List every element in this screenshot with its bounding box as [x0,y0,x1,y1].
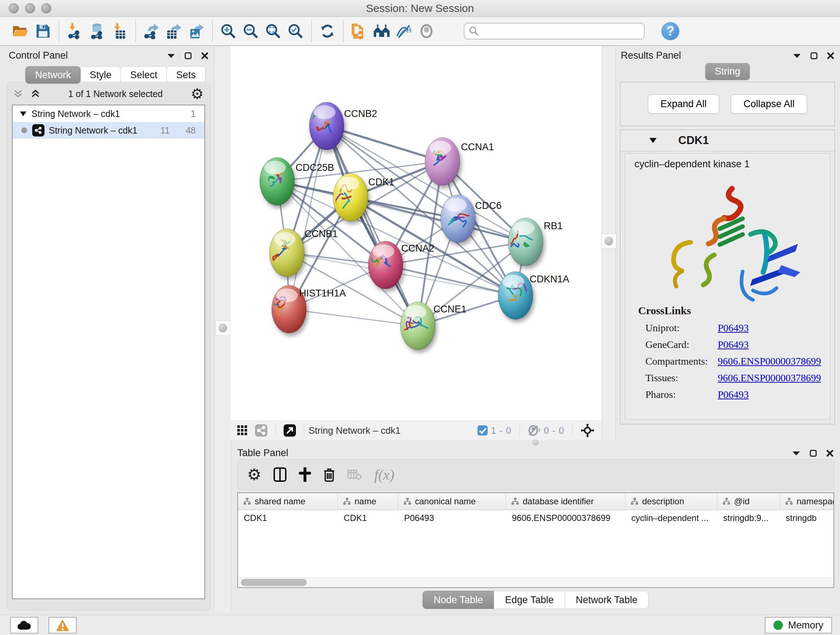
tab-style[interactable]: Style [80,66,121,84]
panel-close-icon[interactable] [827,52,834,59]
show-hide-button[interactable] [415,19,438,43]
panel-close-icon[interactable] [201,52,208,59]
import-network-button[interactable] [64,19,86,43]
tab-edge-table[interactable]: Edge Table [494,591,565,609]
network-collection-row[interactable]: String Network – cdk1 1 [13,105,204,122]
panel-menu-icon[interactable] [792,451,800,456]
add-column-icon[interactable] [299,467,311,482]
zoom-fit-button[interactable] [262,19,284,43]
left-splitter[interactable] [214,47,231,612]
network-node-CCNB2[interactable] [309,102,344,150]
string-home-button[interactable] [370,19,393,43]
expand-all-button[interactable]: Expand All [648,95,720,114]
entry-disclosure-icon[interactable] [649,138,657,143]
crosslink-label: Tissues: [645,372,718,384]
crosslink-link-tissues[interactable]: 9606.ENSP00000378699 [718,372,821,384]
node-table[interactable]: shared namenamecanonical namedatabase id… [237,492,834,588]
network-row[interactable]: String Network – cdk1 11 48 [13,122,204,139]
birdseye-toggle-button[interactable] [233,425,251,436]
tab-sets[interactable]: Sets [166,66,205,84]
left-splitter-handle[interactable] [215,320,231,336]
cell-3[interactable]: 9606.ENSP00000378699 [506,510,625,526]
hidden-nodes-indicator[interactable]: 0 - 0 [524,425,568,436]
cell-2[interactable]: P06493 [398,510,506,526]
open-session-button[interactable] [9,19,32,43]
cell-0[interactable]: CDK1 [238,510,338,526]
tab-select[interactable]: Select [120,66,167,84]
right-splitter[interactable] [602,47,616,440]
network-node-CDC25B[interactable] [260,157,294,205]
zoom-out-button[interactable] [240,19,262,43]
column-header-6[interactable]: namespace [780,493,834,510]
network-node-CCNB1[interactable] [270,229,304,277]
panel-close-icon[interactable] [826,450,834,457]
search-input[interactable] [479,25,636,37]
tab-node-table[interactable]: Node Table [423,591,494,609]
zoom-selected-button[interactable] [284,19,307,43]
delete-column-icon[interactable] [324,467,335,482]
external-link-icon [284,424,296,437]
fit-content-button[interactable] [577,424,598,437]
warnings-button[interactable] [49,617,77,633]
column-header-5[interactable]: @id [717,493,780,510]
memory-button[interactable]: Memory [765,617,832,633]
panel-menu-icon[interactable] [793,53,801,58]
tab-network-table[interactable]: Network Table [565,591,649,609]
help-button[interactable]: ? [661,22,679,40]
import-database-button[interactable] [86,19,109,43]
expand-all-icon[interactable] [31,89,40,98]
tab-network[interactable]: Network [25,66,81,84]
tab-string[interactable]: String [706,63,750,80]
network-options-gear-icon[interactable]: ⚙ [191,87,204,101]
export-table-button[interactable] [163,19,185,43]
disclosure-triangle-icon[interactable] [20,111,27,116]
cell-1[interactable]: CDK1 [338,510,398,526]
panel-float-icon[interactable] [185,52,192,59]
open-in-new-window-button[interactable] [280,424,300,437]
crosslink-link-pharos[interactable]: P06493 [718,389,749,401]
export-network-button[interactable] [141,19,163,43]
cell-5[interactable]: stringdb:9... [717,510,780,526]
export-image-button[interactable] [185,19,208,43]
cloud-status-button[interactable] [10,617,38,633]
table-settings-gear-icon[interactable]: ⚙ [247,467,261,483]
share-network-file-button[interactable] [348,19,370,43]
panel-float-icon[interactable] [810,52,818,59]
collapse-all-button[interactable]: Collapse All [731,95,807,114]
column-header-0[interactable]: shared name [238,493,338,510]
save-session-button[interactable] [32,19,54,43]
network-canvas[interactable]: CCNB2CCNA1CDC25BCDK1CDC6RB1CCNB1CCNA2CDK… [231,46,602,421]
cell-6[interactable]: stringdb [780,510,834,526]
panel-float-icon[interactable] [810,450,817,457]
table-horizontal-scrollbar[interactable] [238,578,834,587]
function-builder-button[interactable]: f(x) [374,466,394,483]
column-header-1[interactable]: name [338,493,398,510]
zoom-in-button[interactable] [217,19,240,43]
network-node-CCNA1[interactable] [425,138,460,185]
collapse-all-icon[interactable] [13,89,23,98]
network-node-CDK1[interactable] [333,173,368,221]
right-splitter-handle[interactable] [601,233,616,249]
selected-nodes-indicator[interactable]: 1 - 0 [474,425,515,436]
panel-menu-icon[interactable] [167,53,175,58]
column-header-2[interactable]: canonical name [398,493,506,510]
cell-4[interactable]: cyclin–dependent ... [625,510,717,526]
column-header-3[interactable]: database identifier [506,493,625,510]
enhance-annotations-button[interactable] [393,19,415,43]
network-node-CDKN1A[interactable] [498,272,533,319]
scrollbar-thumb[interactable] [241,579,307,586]
refresh-view-button[interactable] [316,19,339,43]
crosslink-link-genecard[interactable]: P06493 [718,339,749,350]
network-node-CDC6[interactable] [441,195,475,242]
column-header-4[interactable]: description [625,493,717,510]
network-node-CCNE1[interactable] [401,302,435,350]
crosslink-link-uniprot[interactable]: P06493 [718,322,749,334]
import-table-button[interactable] [109,19,131,43]
network-badge-button[interactable] [251,424,271,437]
table-row[interactable]: CDK1CDK1P064939606.ENSP00000378699cyclin… [238,510,834,526]
network-node-CCNA2[interactable] [368,241,403,289]
crosslink-link-compartments[interactable]: 9606.ENSP00000378699 [718,356,821,367]
network-node-RB1[interactable] [508,218,543,266]
columns-icon[interactable] [273,467,286,482]
table-splitter[interactable] [231,440,840,445]
